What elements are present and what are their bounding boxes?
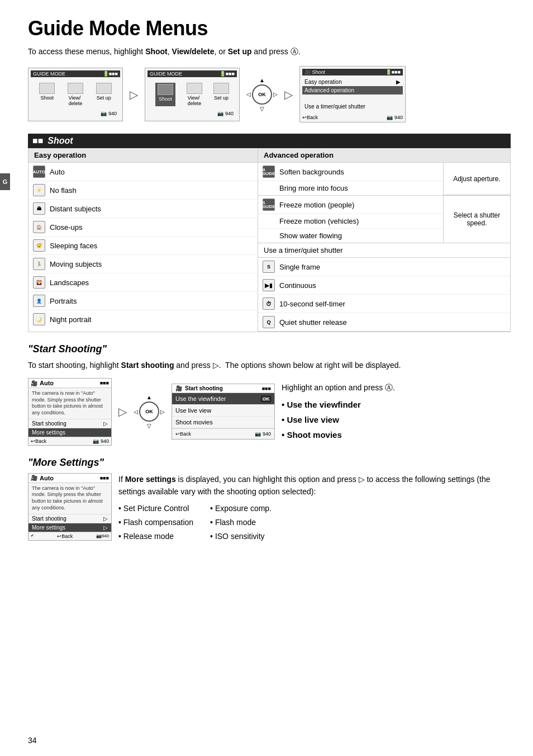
arrow-2: ▷ <box>284 88 293 101</box>
bring-focus-label: Bring more into focus <box>279 184 348 192</box>
setting-exposure-comp: Exposure comp. <box>210 502 272 516</box>
noflash-label: No flash <box>50 186 77 195</box>
timer-section: Use a timer/quiet shutter S Single frame… <box>258 243 510 332</box>
bullet-col-2: Exposure comp. Flash mode ISO sensitivit… <box>210 502 272 544</box>
cam-more-bottom: ✔ ↩Back📷940 <box>28 532 111 540</box>
sleeping-label: Sleeping faces <box>50 242 97 250</box>
bullet-col-1: Set Picture Control Flash compensation R… <box>118 502 193 544</box>
more-settings-text: If More settings is displayed, you can h… <box>118 473 511 544</box>
start-shooting-title: "Start Shooting" <box>28 343 511 355</box>
water-flowing-label: Show water flowing <box>279 231 342 240</box>
cam-auto-start: Start shooting▷ <box>28 419 111 428</box>
quiet-shutter-item: Q Quiet shutter release <box>258 313 510 331</box>
shooting-demo-row: 🎥 Auto ■■■ The camera is now in "Auto" m… <box>28 378 511 446</box>
highlight-intro: Highlight an option and press Ⓐ. <box>282 381 395 395</box>
shutter-icon: SGUIDE <box>263 199 275 211</box>
selftimer-icon: ⏱ <box>263 297 275 310</box>
camera1-title: GUIDE MODE🔋■■■ <box>31 70 120 77</box>
setting-flash-comp: Flash compensation <box>118 516 193 530</box>
cam-auto-tb: 🎥 Auto ■■■ <box>28 379 111 388</box>
landscapes-label: Landscapes <box>50 278 89 287</box>
opt-movies: Shoot movies <box>282 427 395 442</box>
shoot-item-nightportrait: 🌙 Night portrait <box>28 310 258 328</box>
shutter-items: SGUIDE Freeze motion (people) Freeze mot… <box>258 196 443 243</box>
camera-screen-2: GUIDE MODE🔋■■■ Shoot View/delete Set up … <box>145 68 240 121</box>
aperture-items: AGUIDE Soften backgrounds Bring more int… <box>258 163 443 195</box>
ok-button-2[interactable]: OK <box>139 401 159 422</box>
camera2-title: GUIDE MODE🔋■■■ <box>147 70 237 77</box>
adv-op-header: Advanced operation <box>258 148 510 163</box>
closeups-icon: 🏠 <box>33 221 45 233</box>
shoot-item-landscapes: 🌄 Landscapes <box>28 273 258 292</box>
nightportrait-icon: 🌙 <box>33 313 45 325</box>
aperture-note: Adjust aperture. <box>443 163 510 195</box>
ok-button-1[interactable]: OK <box>252 84 272 105</box>
shoot-item-portraits: 👤 Portraits <box>28 292 258 310</box>
portraits-icon: 👤 <box>33 295 45 307</box>
use-viewfinder-row: Use the viewfinder OK <box>172 393 274 405</box>
cam-start-bottom: ↩Back📷 940 <box>172 428 274 439</box>
auto-icon: AUTO <box>33 166 45 178</box>
shoot-item-sleeping: 😴 Sleeping faces <box>28 237 258 255</box>
opt-liveview: Use live view <box>282 412 395 427</box>
bring-focus-item: Bring more into focus <box>258 181 443 195</box>
side-marker: G <box>0 173 10 190</box>
continuous-item: ▶▮ Continuous <box>258 276 510 295</box>
page-title: Guide Mode Menus <box>28 17 511 40</box>
shoot-section-header: ■■ Shoot <box>28 134 511 148</box>
timer-header: Use a timer/quiet shutter <box>258 243 510 258</box>
auto-label: Auto <box>50 168 65 176</box>
landscapes-icon: 🌄 <box>33 276 45 289</box>
freeze-vehicles-item: Freeze motion (vehicles) <box>258 214 443 229</box>
shoot-item-distant: 🏔 Distant subjects <box>28 200 258 218</box>
shutter-group: SGUIDE Freeze motion (people) Freeze mot… <box>258 196 510 243</box>
freeze-people-label: Freeze motion (people) <box>279 201 354 209</box>
freeze-vehicles-label: Freeze motion (vehicles) <box>279 217 359 225</box>
more-settings-demo: 🎥 Auto ■■■ The camera is now in "Auto" m… <box>28 473 511 544</box>
cam3-bottom: ↩Back📷 940 <box>302 115 403 120</box>
camera3-title: 🎥 Shoot🔋■■■ <box>302 69 403 75</box>
continuous-label: Continuous <box>279 281 316 290</box>
noflash-icon: ⚡ <box>33 184 45 196</box>
shoot-item-auto: AUTO Auto <box>28 163 258 181</box>
sleeping-icon: 😴 <box>33 239 45 252</box>
arrow-3: ▷ <box>118 405 127 418</box>
cam-more-tb: 🎥 Auto ■■■ <box>28 474 111 483</box>
cam-auto-bottom: ↩Back📷 940 <box>28 437 111 445</box>
intro-paragraph: To access these menus, highlight Shoot, … <box>28 47 511 57</box>
setting-iso: ISO sensitivity <box>210 530 272 544</box>
camera-screen-1: GUIDE MODE🔋■■■ Shoot View/delete Set up … <box>28 68 123 121</box>
cam-more-screen: 🎥 Auto ■■■ The camera is now in "Auto" m… <box>28 473 112 541</box>
advanced-operation-col: Advanced operation AGUIDE Soften backgro… <box>258 148 510 332</box>
cam-more-start: Start shooting▷ <box>28 514 111 523</box>
distant-icon: 🏔 <box>33 202 45 215</box>
soften-bg-item: AGUIDE Soften backgrounds <box>258 163 443 181</box>
cam3-easy-op: Easy operation▶ <box>302 78 403 86</box>
moving-icon: 🏃 <box>33 258 45 270</box>
freeze-people-item: SGUIDE Freeze motion (people) <box>258 196 443 214</box>
shoot-movies-row: Shoot movies <box>172 417 274 428</box>
shutter-note: Select a shutter speed. <box>443 196 510 243</box>
water-flowing-item: Show water flowing <box>258 229 443 243</box>
cam3-timer: Use a timer/quiet shutter <box>302 102 403 111</box>
highlight-options: Highlight an option and press Ⓐ. Use the… <box>282 381 395 442</box>
closeups-label: Close-ups <box>50 223 83 231</box>
camera-screen-3: 🎥 Shoot🔋■■■ Easy operation▶ Advanced ope… <box>299 66 406 122</box>
start-shooting-body: To start shooting, highlight Start shoot… <box>28 360 511 371</box>
cam-start-screen: 🎥 Start shooting ■■■ Use the viewfinder … <box>172 384 275 440</box>
portraits-label: Portraits <box>50 297 77 305</box>
soften-icon: AGUIDE <box>263 166 275 178</box>
single-frame-icon: S <box>263 261 275 273</box>
camera-demo-row: GUIDE MODE🔋■■■ Shoot View/delete Set up … <box>28 66 511 122</box>
page-number: 34 <box>28 736 37 745</box>
selftimer-item: ⏱ 10-second self-timer <box>258 295 510 313</box>
arrow-1: ▷ <box>130 88 138 101</box>
shoot-item-closeups: 🏠 Close-ups <box>28 218 258 237</box>
shoot-item-moving: 🏃 Moving subjects <box>28 255 258 273</box>
cam-auto-screen: 🎥 Auto ■■■ The camera is now in "Auto" m… <box>28 378 112 446</box>
setting-picture-control: Set Picture Control <box>118 502 193 516</box>
shoot-options-table: Easy operation AUTO Auto ⚡ No flash 🏔 Di… <box>28 148 511 332</box>
quiet-shutter-label: Quiet shutter release <box>279 318 347 327</box>
continuous-icon: ▶▮ <box>263 279 275 291</box>
cam-start-tb: 🎥 Start shooting ■■■ <box>172 384 274 393</box>
